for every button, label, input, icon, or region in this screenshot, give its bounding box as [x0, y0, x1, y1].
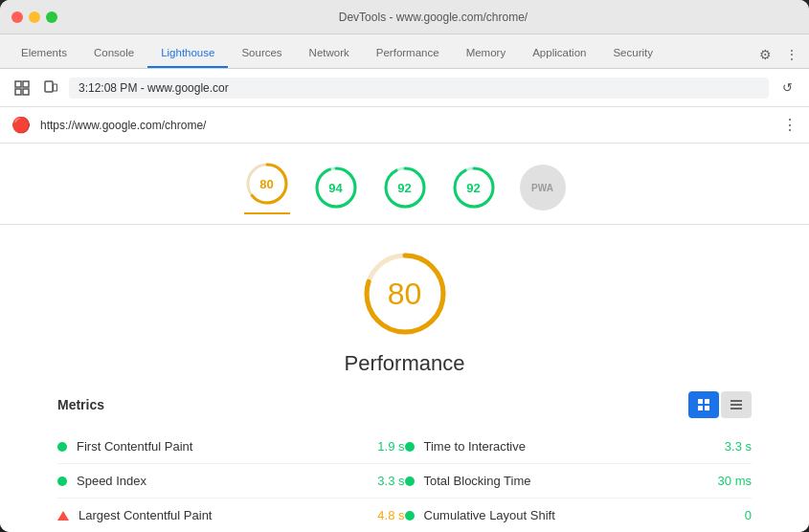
- lcp-label: Largest Contentful Paint: [79, 508, 368, 522]
- tbt-indicator: [405, 477, 415, 486]
- metric-si: Speed Index 3.3 s: [57, 464, 405, 499]
- tab-application[interactable]: Application: [519, 39, 599, 68]
- lcp-value: 4.8 s: [377, 508, 404, 522]
- svg-rect-18: [698, 406, 703, 410]
- pwa-label: PWA: [531, 183, 553, 193]
- big-score-circle: 80: [359, 248, 451, 340]
- svg-rect-4: [45, 81, 53, 92]
- tab-actions: ⚙ ⋮: [755, 45, 801, 68]
- fcp-indicator: [57, 442, 67, 452]
- si-indicator: [57, 477, 67, 486]
- url-input[interactable]: [69, 78, 769, 99]
- score-circle-seo[interactable]: 92: [451, 165, 497, 211]
- tab-console[interactable]: Console: [80, 39, 147, 68]
- cls-value: 0: [745, 508, 752, 522]
- svg-rect-21: [730, 404, 742, 406]
- cls-label: Cumulative Layout Shift: [424, 508, 735, 522]
- metrics-title: Metrics: [57, 397, 104, 412]
- metric-tbt: Total Blocking Time 30 ms: [405, 464, 753, 499]
- cls-indicator: [405, 511, 415, 521]
- window-title: DevTools - www.google.com/chrome/: [69, 11, 798, 24]
- pwa-badge: PWA: [520, 165, 566, 211]
- score-92a-value: 92: [397, 181, 411, 195]
- tab-sources[interactable]: Sources: [228, 39, 295, 68]
- svg-rect-1: [15, 89, 21, 95]
- tab-performance[interactable]: Performance: [363, 39, 453, 68]
- devtools-tabs: Elements Console Lighthouse Sources Netw…: [0, 34, 809, 69]
- svg-rect-16: [698, 399, 703, 404]
- svg-rect-5: [54, 84, 57, 91]
- tti-value: 3.3 s: [725, 439, 752, 454]
- device-icon[interactable]: [40, 78, 61, 99]
- metrics-header: Metrics: [57, 391, 752, 418]
- lighthouse-content: 80 94: [0, 144, 809, 532]
- si-label: Speed Index: [77, 474, 368, 488]
- devtools-window: DevTools - www.google.com/chrome/ Elemen…: [0, 0, 809, 532]
- tab-elements[interactable]: Elements: [8, 39, 80, 68]
- tab-security[interactable]: Security: [599, 39, 666, 68]
- score-circle-pwa[interactable]: PWA: [520, 165, 566, 211]
- devtools-inspect-icon[interactable]: [11, 78, 33, 99]
- svg-rect-19: [705, 406, 709, 410]
- score-circle-92b: 92: [451, 165, 497, 211]
- grid-view-button[interactable]: [688, 391, 719, 418]
- metrics-section: Metrics: [0, 391, 809, 532]
- close-button[interactable]: [11, 11, 23, 23]
- score-circle-best-practices[interactable]: 92: [382, 165, 428, 211]
- score-circle-80: 80: [244, 161, 290, 207]
- si-value: 3.3 s: [377, 474, 404, 488]
- more-options-icon[interactable]: ⋮: [782, 116, 798, 134]
- score-circle-accessibility[interactable]: 94: [313, 165, 359, 211]
- fcp-value: 1.9 s: [377, 439, 404, 454]
- fcp-label: First Contentful Paint: [77, 439, 368, 454]
- metric-lcp: Largest Contentful Paint 4.8 s: [57, 499, 405, 532]
- address-bar: ↺: [0, 69, 809, 107]
- lighthouse-url-text: https://www.google.com/chrome/: [40, 119, 773, 132]
- lighthouse-logo-icon: 🔴: [11, 116, 31, 134]
- metrics-grid: First Contentful Paint 1.9 s Time to Int…: [57, 430, 752, 532]
- svg-rect-3: [23, 89, 29, 95]
- lighthouse-url-bar: 🔴 https://www.google.com/chrome/ ⋮: [0, 107, 809, 144]
- settings-icon[interactable]: ⚙: [755, 45, 775, 64]
- score-circles-row: 80 94: [0, 144, 809, 225]
- tbt-value: 30 ms: [718, 474, 752, 488]
- metric-cls: Cumulative Layout Shift 0: [405, 499, 753, 532]
- big-score-value: 80: [388, 277, 422, 312]
- svg-rect-20: [730, 400, 742, 402]
- tab-network[interactable]: Network: [296, 39, 363, 68]
- metric-fcp: First Contentful Paint 1.9 s: [57, 430, 405, 464]
- score-circle-94: 94: [313, 165, 359, 211]
- view-toggle: [688, 391, 752, 418]
- big-score-section: 80 Performance: [0, 225, 809, 391]
- lcp-indicator: [57, 511, 69, 521]
- refresh-icon[interactable]: ↺: [776, 78, 798, 99]
- maximize-button[interactable]: [46, 11, 57, 23]
- svg-rect-22: [730, 408, 742, 410]
- title-bar: DevTools - www.google.com/chrome/: [0, 0, 809, 34]
- score-circle-92a: 92: [382, 165, 428, 211]
- tbt-label: Total Blocking Time: [424, 474, 708, 488]
- list-view-button[interactable]: [721, 391, 752, 418]
- tab-lighthouse[interactable]: Lighthouse: [147, 39, 228, 68]
- minimize-button[interactable]: [29, 11, 40, 23]
- score-80-value: 80: [259, 177, 273, 191]
- more-icon[interactable]: ⋮: [782, 45, 801, 64]
- svg-rect-17: [705, 399, 709, 404]
- tab-memory[interactable]: Memory: [453, 39, 520, 68]
- traffic-lights: [11, 11, 57, 23]
- metric-tti: Time to Interactive 3.3 s: [405, 430, 753, 464]
- svg-rect-0: [15, 81, 21, 87]
- active-indicator: [244, 212, 290, 214]
- tti-indicator: [405, 442, 415, 452]
- score-94-value: 94: [328, 181, 342, 195]
- svg-rect-2: [23, 81, 29, 87]
- score-circle-performance[interactable]: 80: [244, 161, 290, 214]
- tti-label: Time to Interactive: [424, 439, 715, 454]
- score-92b-value: 92: [466, 181, 480, 195]
- big-score-title: Performance: [345, 351, 465, 376]
